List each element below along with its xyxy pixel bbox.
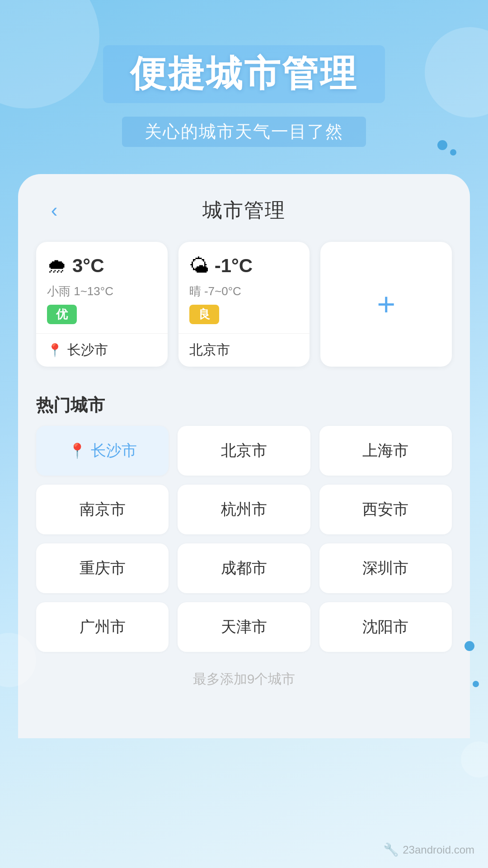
city-name-grid-3: 南京市	[80, 499, 126, 520]
city-name-grid-10: 天津市	[221, 617, 267, 637]
weather-temp-1: 3°C	[72, 255, 104, 277]
weather-card-changsha[interactable]: 🌧 3°C 小雨 1~13°C 优 📍 长沙市	[36, 242, 168, 367]
weather-card-footer-1: 📍 长沙市	[36, 333, 168, 367]
add-plus-icon: +	[377, 288, 395, 320]
city-name-grid-4: 杭州市	[221, 499, 267, 520]
city-name-grid-8: 深圳市	[362, 558, 408, 579]
city-item-3[interactable]: 南京市	[36, 485, 169, 534]
main-card: ‹ 城市管理 🌧 3°C 小雨 1~13°C 优 📍 长沙市	[18, 174, 470, 738]
city-item-11[interactable]: 沈阳市	[319, 602, 452, 652]
city-item-9[interactable]: 广州市	[36, 602, 169, 652]
weather-temp-2: -1°C	[215, 255, 253, 277]
city-name-grid-5: 西安市	[362, 499, 408, 520]
watermark: 🔧 23android.com	[383, 842, 474, 857]
city-location-icon-0: 📍	[68, 442, 86, 459]
weather-top-1: 🌧 3°C	[47, 255, 157, 277]
footer-text: 最多添加9个城市	[18, 652, 470, 702]
weather-top-2: 🌤 -1°C	[189, 255, 299, 277]
city-name-grid-7: 成都市	[221, 558, 267, 579]
city-grid: 📍长沙市北京市上海市南京市杭州市西安市重庆市成都市深圳市广州市天津市沈阳市	[18, 426, 470, 652]
air-quality-badge-2: 良	[189, 305, 219, 324]
bg-dot-3	[465, 641, 474, 651]
city-item-1[interactable]: 北京市	[178, 426, 310, 476]
watermark-logo: 🔧 23android.com	[383, 842, 474, 857]
city-name-1: 长沙市	[67, 341, 108, 359]
watermark-icon: 🔧	[383, 842, 399, 857]
city-name-grid-0: 长沙市	[91, 440, 137, 461]
location-icon-1: 📍	[47, 343, 63, 358]
weather-card-footer-2: 北京市	[178, 333, 310, 367]
weather-card-beijing[interactable]: 🌤 -1°C 晴 -7~0°C 良 北京市	[178, 242, 310, 367]
back-chevron-icon: ‹	[51, 199, 58, 222]
city-item-2[interactable]: 上海市	[319, 426, 452, 476]
city-item-7[interactable]: 成都市	[178, 543, 310, 593]
city-item-6[interactable]: 重庆市	[36, 543, 169, 593]
app-bar: ‹ 城市管理	[18, 174, 470, 237]
city-item-5[interactable]: 西安市	[319, 485, 452, 534]
air-quality-badge-1: 优	[47, 305, 77, 324]
city-item-10[interactable]: 天津市	[178, 602, 310, 652]
city-item-4[interactable]: 杭州市	[178, 485, 310, 534]
hot-cities-title: 热门城市	[18, 380, 470, 426]
page-subtitle: 关心的城市天气一目了然	[122, 117, 366, 147]
city-item-8[interactable]: 深圳市	[319, 543, 452, 593]
app-bar-title: 城市管理	[202, 197, 286, 224]
weather-cards-row: 🌧 3°C 小雨 1~13°C 优 📍 长沙市 🌤 -1°C 晴 -7~0°C …	[18, 237, 470, 380]
city-name-2: 北京市	[189, 341, 230, 359]
bg-dot-1	[437, 140, 447, 150]
city-name-grid-6: 重庆市	[80, 558, 126, 579]
weather-desc-1: 小雨 1~13°C	[47, 283, 157, 299]
page-headline: 便捷城市管理	[103, 45, 385, 103]
weather-icon-rain: 🌧	[47, 255, 67, 277]
back-button[interactable]: ‹	[41, 197, 68, 224]
city-name-grid-1: 北京市	[221, 440, 267, 461]
bg-dot-2	[450, 149, 456, 156]
city-name-grid-9: 广州市	[80, 617, 126, 637]
weather-icon-sunny: 🌤	[189, 255, 209, 277]
city-item-0[interactable]: 📍长沙市	[36, 426, 169, 476]
add-city-card[interactable]: +	[320, 242, 452, 367]
city-name-grid-2: 上海市	[362, 440, 408, 461]
bg-dot-4	[473, 681, 479, 687]
weather-desc-2: 晴 -7~0°C	[189, 283, 299, 299]
city-name-grid-11: 沈阳市	[362, 617, 408, 637]
weather-card-body-2: 🌤 -1°C 晴 -7~0°C 良	[178, 242, 310, 333]
bg-decoration-4	[461, 741, 488, 778]
weather-card-body-1: 🌧 3°C 小雨 1~13°C 优	[36, 242, 168, 333]
